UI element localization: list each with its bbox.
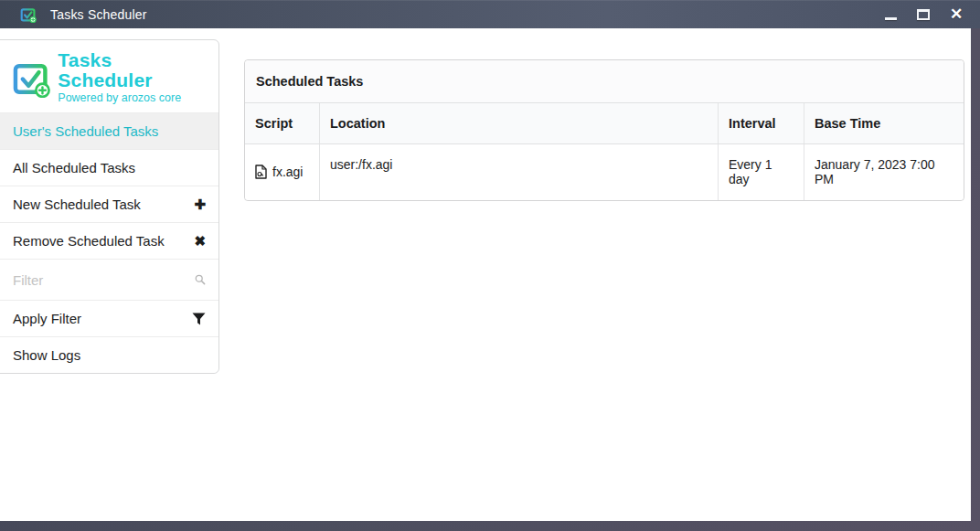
sidebar-item-label: New Scheduled Task [13,196,141,212]
panel-title: Scheduled Tasks [245,60,964,103]
minimize-icon [885,17,897,20]
sidebar-panel: Tasks Scheduler Powered by arozos core U… [0,39,219,374]
plus-icon: ✚ [194,197,206,211]
sidebar-item-label: Show Logs [13,347,80,363]
logo-title: Tasks Scheduler [58,50,209,90]
task-base-time-cell: January 7, 2023 7:00 PM [804,144,964,200]
calendar-plus-icon [12,58,51,98]
window-title: Tasks Scheduler [50,7,147,22]
file-code-icon [255,165,267,179]
sidebar-item-new-scheduled-task[interactable]: New Scheduled Task ✚ [0,186,218,222]
app-calendar-icon [20,6,37,23]
task-script-cell: fx.agi [245,144,319,200]
table-row: fx.agi user:/fx.agi Every 1 day January … [245,144,964,200]
sidebar-item-label: Remove Scheduled Task [13,233,165,249]
task-script-name: fx.agi [272,165,303,179]
minimize-button[interactable] [874,0,907,28]
sidebar-item-label: Apply Filter [13,311,81,326]
filter-input[interactable] [13,272,195,288]
sidebar-item-all-scheduled-tasks[interactable]: All Scheduled Tasks [0,149,218,186]
sidebar-item-apply-filter[interactable]: Apply Filter [0,300,218,336]
table-header-script: Script [245,103,319,143]
window-controls: ✕ [874,0,973,28]
task-location-cell: user:/fx.agi [319,144,718,200]
filter-icon [192,313,206,325]
table-header-interval: Interval [718,103,804,143]
sidebar-item-remove-scheduled-task[interactable]: Remove Scheduled Task ✖ [0,222,218,259]
tasks-panel: Scheduled Tasks Script Location Interval… [244,59,964,201]
task-interval-cell: Every 1 day [718,144,804,200]
maximize-button[interactable] [907,0,940,28]
logo-text: Tasks Scheduler Powered by arozos core [58,50,209,104]
table-header-base-time: Base Time [804,103,964,143]
filter-row [0,259,218,300]
sidebar-item-users-scheduled-tasks[interactable]: User's Scheduled Tasks [0,112,218,149]
close-button[interactable]: ✕ [940,0,973,28]
table-header-row: Script Location Interval Base Time [245,103,964,144]
app-logo: Tasks Scheduler Powered by arozos core [0,40,218,112]
content-area: Tasks Scheduler Powered by arozos core U… [0,28,971,521]
close-icon: ✕ [950,6,963,22]
search-icon [195,272,206,287]
table-header-location: Location [319,103,718,143]
maximize-icon [917,9,930,20]
sidebar-item-show-logs[interactable]: Show Logs [0,336,218,373]
titlebar: Tasks Scheduler ✕ [0,0,980,28]
logo-subtitle: Powered by arozos core [58,92,209,104]
close-icon: ✖ [194,234,206,248]
sidebar-item-label: All Scheduled Tasks [13,160,135,175]
sidebar-item-label: User's Scheduled Tasks [13,123,158,139]
